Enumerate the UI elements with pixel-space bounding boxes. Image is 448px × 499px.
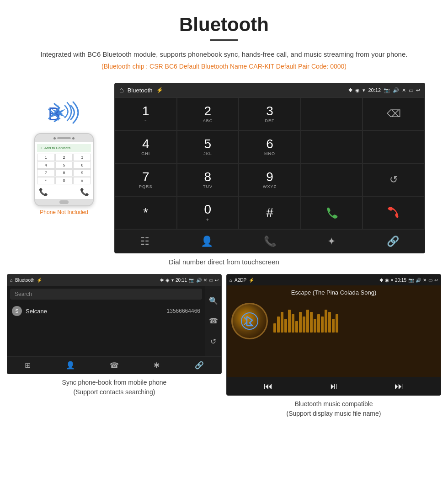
phonebook-block: ⌂ Bluetooth ⚡ ✱ ◉ ▾ 20:11 📷 🔊 ✕ ▭ ↩	[7, 274, 222, 419]
music-main-content	[227, 298, 441, 344]
pb-status-left: ⌂ Bluetooth ⚡	[10, 278, 42, 283]
pb-bt-icon: ✱	[160, 278, 164, 283]
window-icon[interactable]: ▭	[409, 87, 413, 93]
music-cam: 📷	[408, 278, 414, 283]
pb-back-icon[interactable]: ↩	[215, 278, 219, 283]
refresh-action-icon[interactable]: ↺	[210, 337, 216, 346]
nav-link-icon[interactable]: 🔗	[387, 236, 399, 247]
eq-bar	[310, 312, 313, 333]
phone-call-icon[interactable]: 📞	[80, 188, 89, 196]
phonebook-action-buttons: 🔍 ☎ ↺	[205, 286, 221, 356]
arc-s	[65, 106, 68, 118]
phone-key-star[interactable]: *	[37, 177, 55, 184]
dial-key-3[interactable]: 3 DEF	[239, 97, 301, 130]
phone-key-5[interactable]: 5	[55, 161, 73, 169]
music-close-icon[interactable]: ✕	[423, 278, 427, 283]
bluetooth-signal-graphic: ✦ ✶ B	[46, 97, 82, 129]
dial-sub: PQRS	[139, 184, 153, 189]
dial-backspace-btn[interactable]: ⌫	[363, 97, 425, 130]
music-usb-icon: ⚡	[249, 278, 254, 283]
call-action-icon[interactable]: ☎	[209, 317, 218, 325]
phone-end-icon[interactable]: 📞	[39, 188, 48, 196]
dial-refresh-btn[interactable]: ↺	[363, 163, 425, 196]
nav-bluetooth-icon[interactable]: ✦	[327, 236, 336, 247]
dial-key-1[interactable]: 1 ∽	[115, 97, 177, 130]
phone-call-row: 📞 📞	[37, 187, 91, 197]
dial-num: #	[266, 206, 273, 219]
phonebook-list: Search S Seicane 13566664466	[7, 286, 205, 356]
dial-key-4[interactable]: 4 GHI	[115, 130, 177, 163]
phonebook-search-bar[interactable]: Search	[10, 289, 202, 300]
dial-key-6[interactable]: 6 MNO	[239, 130, 301, 163]
dial-key-9[interactable]: 9 WXYZ	[239, 163, 301, 196]
usb-icon: ⚡	[156, 87, 163, 93]
add-contact-label: Add to Contacts	[44, 146, 70, 150]
pb-nav-contacts[interactable]: 👤	[66, 361, 75, 370]
contact-initial: S	[12, 306, 22, 316]
dial-screen-caption: Dial number direct from touchscreen	[0, 258, 448, 266]
bt-status-icon: ✱	[348, 87, 352, 93]
prev-btn[interactable]: ⏮	[264, 381, 273, 392]
play-pause-btn[interactable]: ⏯	[329, 381, 338, 392]
music-back-icon[interactable]: ↩	[434, 278, 438, 283]
eq-bar	[332, 319, 335, 333]
music-home-icon[interactable]: ⌂	[229, 278, 232, 283]
eq-bar	[306, 310, 309, 333]
phone-top-bar	[35, 134, 93, 142]
phone-key-2[interactable]: 2	[55, 154, 73, 161]
pb-home-icon[interactable]: ⌂	[10, 278, 13, 283]
dial-key-hash[interactable]: #	[239, 196, 301, 229]
contact-entry[interactable]: S Seicane 13566664466	[7, 302, 205, 320]
next-btn[interactable]: ⏭	[395, 381, 404, 392]
music-win-icon[interactable]: ▭	[428, 278, 432, 283]
dial-call-green-btn[interactable]	[301, 196, 363, 229]
eq-bar	[303, 317, 305, 333]
eq-bar	[295, 321, 298, 333]
phone-home-button[interactable]	[59, 200, 69, 204]
pb-nav-grid[interactable]: ⊞	[25, 361, 31, 370]
song-title-area: Escape (The Pina Colada Song)	[227, 285, 441, 298]
dial-sub: GHI	[141, 151, 150, 156]
nav-phone-icon[interactable]: 📞	[264, 236, 276, 247]
pb-win-icon[interactable]: ▭	[209, 278, 213, 283]
pb-close-icon[interactable]: ✕	[203, 278, 207, 283]
eq-bar	[321, 317, 324, 333]
phone-key-3[interactable]: 3	[73, 154, 91, 161]
song-title-text: Escape (The Pina Colada Song)	[291, 289, 376, 296]
specs-line: (Bluetooth chip : CSR BC6 Default Blueto…	[9, 63, 439, 70]
phone-key-6[interactable]: 6	[73, 161, 91, 169]
phone-key-7[interactable]: 7	[37, 169, 55, 177]
dial-key-8[interactable]: 8 TUV	[177, 163, 239, 196]
close-icon[interactable]: ✕	[402, 87, 406, 93]
phone-key-8[interactable]: 8	[55, 169, 73, 177]
dial-num: 7	[142, 171, 149, 183]
search-action-icon[interactable]: 🔍	[209, 296, 218, 305]
dial-key-5[interactable]: 5 JKL	[177, 130, 239, 163]
pb-nav-phone[interactable]: ☎	[110, 361, 119, 370]
dial-sub: WXYZ	[263, 184, 277, 189]
back-icon[interactable]: ↩	[416, 87, 420, 93]
pb-nav-link[interactable]: 🔗	[195, 361, 204, 370]
music-time: 20:15	[395, 278, 406, 283]
phone-key-1[interactable]: 1	[37, 154, 55, 161]
red-call-svg	[386, 205, 401, 220]
dial-num: 9	[266, 171, 273, 183]
phone-key-4[interactable]: 4	[37, 161, 55, 169]
dial-key-7[interactable]: 7 PQRS	[115, 163, 177, 196]
nav-contacts-icon[interactable]: 👤	[201, 236, 213, 247]
dial-key-star[interactable]: *	[115, 196, 177, 229]
home-icon[interactable]: ⌂	[119, 86, 124, 94]
phone-key-0[interactable]: 0	[55, 177, 73, 184]
dial-key-2[interactable]: 2 ABC	[177, 97, 239, 130]
music-controls-bar: ⏮ ⏯ ⏭	[227, 377, 441, 395]
dial-key-0[interactable]: 0 +	[177, 196, 239, 229]
nav-grid-icon[interactable]: ☷	[140, 236, 149, 247]
dial-num: 5	[204, 138, 212, 150]
dial-sub: ∽	[144, 118, 148, 123]
pb-nav-bt[interactable]: ✱	[154, 361, 160, 370]
phone-key-9[interactable]: 9	[73, 169, 91, 177]
phonebook-content: Search S Seicane 13566664466 🔍 ☎ ↺	[7, 285, 221, 356]
dial-call-red-btn[interactable]	[363, 196, 425, 229]
phone-key-hash[interactable]: #	[73, 177, 91, 184]
add-icon: ＋	[39, 145, 43, 150]
